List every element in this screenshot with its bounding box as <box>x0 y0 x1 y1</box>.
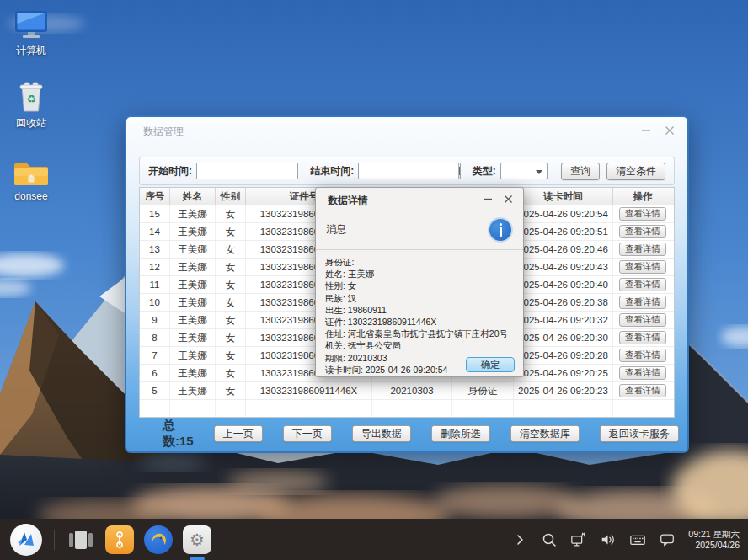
cell-read-time: 2025-04-26 09:20:43 <box>514 259 613 275</box>
taskbar-tray: 09:21 星期六 2025/04/26 <box>511 529 748 551</box>
search-icon[interactable] <box>541 531 558 548</box>
detail-line: 性别: 女 <box>325 280 518 291</box>
dialog-message-row: 消息 <box>316 210 523 250</box>
ok-button[interactable]: 确定 <box>466 357 515 372</box>
start-time-label: 开始时间: <box>148 164 192 179</box>
recycle-bin-icon: ♻ <box>13 81 49 113</box>
file-manager-icon[interactable] <box>105 525 134 554</box>
delete-selected-button[interactable]: 删除所选 <box>431 425 490 442</box>
taskbar: ⚙ <box>0 519 748 560</box>
cell-no: 12 <box>140 259 170 275</box>
view-details-button[interactable]: 查看详情 <box>619 331 666 344</box>
export-data-button[interactable]: 导出数据 <box>352 425 411 442</box>
view-details-button[interactable]: 查看详情 <box>619 384 666 397</box>
cell-no: 8 <box>140 329 170 346</box>
desktop-icon-computer[interactable]: 计算机 <box>7 10 56 58</box>
dialog-titlebar: 数据详情 <box>316 188 523 210</box>
settings-app-icon[interactable]: ⚙ <box>183 525 211 554</box>
view-details-button[interactable]: 查看详情 <box>619 207 666 221</box>
view-details-button[interactable]: 查看详情 <box>619 260 666 274</box>
cell-gender: 女 <box>216 276 246 293</box>
cell-name: 王美娜 <box>170 259 216 275</box>
start-calendar-icon[interactable] <box>297 163 298 179</box>
network-icon[interactable] <box>570 531 587 548</box>
clear-conditions-button[interactable]: 清空条件 <box>606 163 665 180</box>
cell-gender: 女 <box>216 347 246 364</box>
cell-name: 王美娜 <box>170 382 216 399</box>
cell-no: 6 <box>140 365 170 381</box>
cell-gender: 女 <box>216 294 246 311</box>
volume-icon[interactable] <box>600 531 617 548</box>
desktop-icon-label: 计算机 <box>16 44 46 58</box>
cell-read-time: 2025-04-26 09:20:46 <box>514 241 613 258</box>
query-button[interactable]: 查询 <box>561 163 600 180</box>
cell-gender: 女 <box>216 259 246 275</box>
cell-read-time: 2025-04-26 09:20:28 <box>514 347 613 364</box>
return-card-service-button[interactable]: 返回读卡服务 <box>600 425 679 442</box>
gear-icon: ⚙ <box>190 531 205 548</box>
window-close-icon[interactable] <box>662 124 677 137</box>
cell-gender: 女 <box>216 312 246 328</box>
cell-no: 11 <box>140 276 170 293</box>
prev-page-button[interactable]: 上一页 <box>214 425 263 442</box>
view-details-button[interactable]: 查看详情 <box>619 296 666 309</box>
end-time-field <box>358 163 460 179</box>
desktop-icon-label: donsee <box>14 190 47 202</box>
col-header-read-time: 读卡时间 <box>514 188 613 205</box>
launcher-icon[interactable] <box>10 524 42 556</box>
active-app-indicator <box>190 557 205 560</box>
clear-database-button[interactable]: 清空数据库 <box>510 425 580 442</box>
start-time-field <box>196 163 298 179</box>
taskbar-separator <box>54 530 55 550</box>
cell-id-number: 13032319860911446X <box>246 382 372 399</box>
cell-gender: 女 <box>216 241 246 258</box>
cell-read-time: 2025-04-26 09:20:23 <box>514 382 613 399</box>
next-page-button[interactable]: 下一页 <box>283 425 332 442</box>
type-label: 类型: <box>473 164 496 179</box>
col-header-gender: 性别 <box>216 188 246 205</box>
window-footer: 总数:15 上一页 下一页 导出数据 删除所选 清空数据库 返回读卡服务 <box>139 424 675 444</box>
taskbar-left: ⚙ <box>0 524 211 556</box>
cell-name: 王美娜 <box>170 276 216 293</box>
dialog-title: 数据详情 <box>328 194 368 208</box>
view-details-button[interactable]: 查看详情 <box>619 349 666 362</box>
cell-read-time: 2025-04-26 09:20:54 <box>514 205 613 222</box>
info-icon <box>488 217 513 243</box>
start-time-input[interactable] <box>197 163 297 179</box>
view-details-button[interactable]: 查看详情 <box>619 313 666 327</box>
dialog-minimize-icon[interactable] <box>481 192 494 205</box>
taskbar-clock[interactable]: 09:21 星期六 2025/04/26 <box>688 529 740 551</box>
total-count-label: 总数:15 <box>163 418 194 450</box>
notifications-icon[interactable] <box>659 531 676 548</box>
clock-time: 09:21 星期六 <box>688 529 740 540</box>
view-details-button[interactable]: 查看详情 <box>619 366 666 380</box>
browser-icon[interactable] <box>144 525 173 554</box>
cell-name: 王美娜 <box>170 347 216 364</box>
table-row[interactable]: 5 王美娜 女 13032319860911446X 20210303 身份证 … <box>140 382 674 400</box>
window-minimize-icon[interactable] <box>638 124 654 137</box>
cell-name: 王美娜 <box>170 329 216 346</box>
view-details-button[interactable]: 查看详情 <box>619 243 666 256</box>
type-dropdown[interactable] <box>500 163 548 179</box>
cell-no: 13 <box>140 241 170 258</box>
cell-no: 7 <box>140 347 170 364</box>
cell-name: 王美娜 <box>170 241 216 258</box>
cell-read-time: 2025-04-26 09:20:38 <box>514 294 613 311</box>
cell-name: 王美娜 <box>170 312 216 328</box>
view-details-button[interactable]: 查看详情 <box>619 278 666 291</box>
tray-expand-chevron-icon[interactable] <box>511 531 528 548</box>
window-title: 数据管理 <box>143 125 184 139</box>
cell-no: 5 <box>140 382 170 399</box>
cell-operation: 查看详情 <box>613 223 672 240</box>
desktop-icon-donsee-folder[interactable]: donsee <box>7 158 56 202</box>
onscreen-keyboard-icon[interactable] <box>629 531 646 548</box>
cell-operation: 查看详情 <box>613 294 672 311</box>
dialog-close-icon[interactable] <box>501 192 515 205</box>
view-details-button[interactable]: 查看详情 <box>619 225 666 238</box>
desktop-icon-recycle-bin[interactable]: ♻ 回收站 <box>7 81 56 131</box>
end-time-input[interactable] <box>359 163 458 179</box>
end-calendar-icon[interactable] <box>458 163 460 179</box>
end-time-label: 结束时间: <box>310 164 354 179</box>
cell-operation: 查看详情 <box>613 365 672 381</box>
multitasking-view-icon[interactable] <box>67 525 95 554</box>
